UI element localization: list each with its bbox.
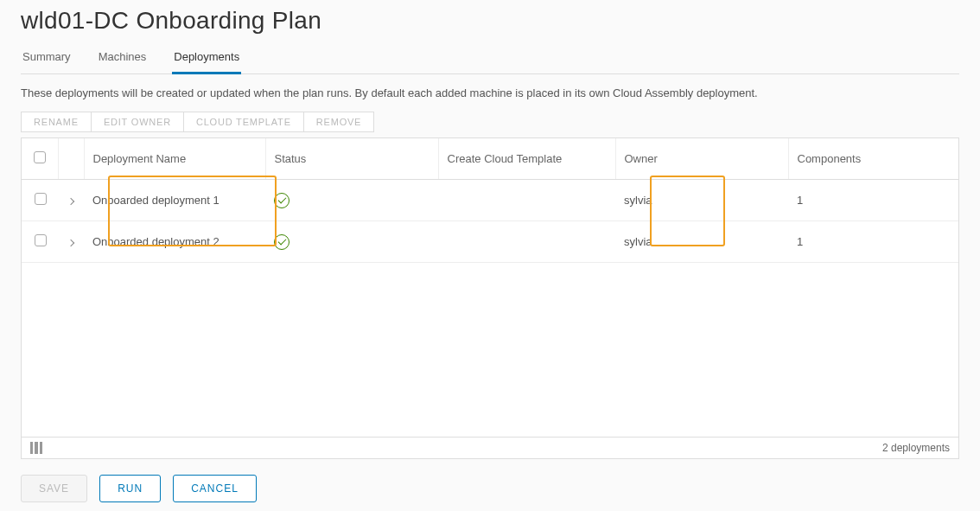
cloud-template-button[interactable]: CLOUD TEMPLATE	[184, 112, 304, 131]
chevron-right-icon[interactable]	[67, 240, 74, 246]
tab-deployments[interactable]: Deployments	[172, 45, 241, 74]
action-bar: RENAME EDIT OWNER CLOUD TEMPLATE REMOVE	[21, 112, 374, 132]
row-count-text: 2 deployments	[882, 442, 950, 454]
table-row[interactable]: Onboarded deployment 2 sylvia 1	[22, 221, 958, 263]
components-cell: 1	[797, 235, 803, 248]
run-button[interactable]: RUN	[99, 475, 161, 502]
chevron-right-icon[interactable]	[67, 198, 74, 205]
row-checkbox[interactable]	[35, 234, 47, 246]
col-header-status[interactable]: Status	[265, 138, 438, 180]
edit-owner-button[interactable]: EDIT OWNER	[92, 112, 184, 131]
col-header-name[interactable]: Deployment Name	[84, 138, 265, 180]
tab-summary[interactable]: Summary	[21, 45, 73, 74]
save-button[interactable]: SAVE	[21, 475, 87, 502]
deployment-name: Onboarded deployment 1	[92, 194, 220, 207]
status-ok-icon	[274, 193, 290, 208]
deployments-table-container: Deployment Name Status Create Cloud Temp…	[21, 137, 959, 459]
tabs-bar: Summary Machines Deployments	[21, 45, 959, 74]
columns-toggle-icon[interactable]	[30, 442, 42, 454]
table-row[interactable]: Onboarded deployment 1 sylvia 1	[22, 180, 958, 221]
remove-button[interactable]: REMOVE	[304, 112, 373, 131]
deployment-name: Onboarded deployment 2	[92, 235, 220, 248]
description-text: These deployments will be created or upd…	[21, 86, 959, 99]
table-footer: 2 deployments	[22, 437, 958, 458]
row-checkbox[interactable]	[35, 193, 47, 205]
page-title: wld01-DC Onboarding Plan	[21, 7, 959, 35]
col-header-template[interactable]: Create Cloud Template	[438, 138, 615, 180]
tab-machines[interactable]: Machines	[97, 45, 149, 74]
deployments-table: Deployment Name Status Create Cloud Temp…	[22, 138, 958, 263]
cancel-button[interactable]: CANCEL	[173, 475, 257, 502]
col-header-owner[interactable]: Owner	[615, 138, 788, 180]
col-header-components[interactable]: Components	[788, 138, 958, 180]
rename-button[interactable]: RENAME	[22, 112, 92, 131]
components-cell: 1	[797, 194, 803, 207]
bottom-button-row: SAVE RUN CANCEL	[21, 475, 959, 502]
owner-cell: sylvia	[624, 194, 652, 207]
owner-cell: sylvia	[624, 235, 652, 248]
status-ok-icon	[274, 234, 290, 250]
select-all-checkbox[interactable]	[34, 151, 46, 163]
